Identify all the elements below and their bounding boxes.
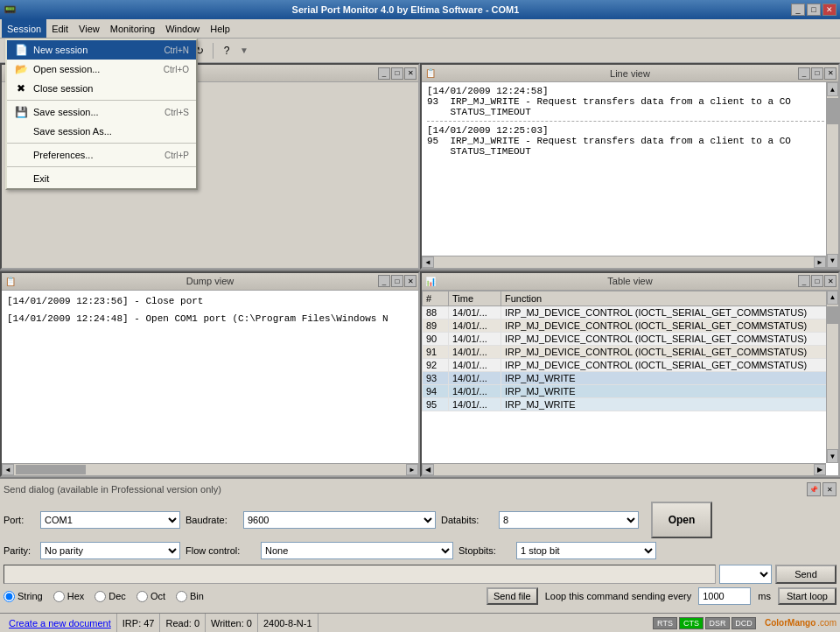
open-session-icon: 📂 xyxy=(14,62,28,76)
menu-save-session-as[interactable]: Save session As... xyxy=(7,122,196,141)
radio-group: String Hex Dec Oct Bin xyxy=(4,591,204,602)
cell-num: 95 xyxy=(423,397,449,411)
exit-icon xyxy=(14,172,28,186)
menu-help[interactable]: Help xyxy=(205,19,235,38)
dump-view-content: [14/01/2009 12:23:56] - Close port [14/0… xyxy=(2,291,418,476)
cell-time: 14/01/... xyxy=(449,319,501,332)
close-session-icon: ✖ xyxy=(14,81,28,95)
radio-string[interactable]: String xyxy=(4,591,43,602)
table-row[interactable]: 90 14/01/... IRP_MJ_DEVICE_CONTROL (IOCT… xyxy=(423,332,838,345)
line-view-scrollbar[interactable]: ▲ ▼ xyxy=(826,82,838,268)
bottom-row: 📋 Dump view _ □ ✕ [14/01/2009 12:23:56] … xyxy=(0,270,840,478)
send-row-1: Port: COM1 COM2 Baudrate: 9600 115200 Da… xyxy=(4,502,836,538)
loop-value-input[interactable] xyxy=(698,587,751,605)
cell-function: IRP_MJ_DEVICE_CONTROL (IOCTL_SERIAL_GET_… xyxy=(501,332,838,345)
line-view-close[interactable]: ✕ xyxy=(824,67,836,80)
status-bar: Create a new document IRP: 47 Read: 0 Wr… xyxy=(0,613,840,632)
parity-select[interactable]: No parity xyxy=(40,542,180,559)
menu-monitoring[interactable]: Monitoring xyxy=(105,19,160,38)
new-session-label: New session xyxy=(33,45,164,55)
table-row[interactable]: 91 14/01/... IRP_MJ_DEVICE_CONTROL (IOCT… xyxy=(423,345,838,358)
menu-bar: Session Edit View Monitoring Window Help xyxy=(0,19,840,39)
close-button[interactable]: ✕ xyxy=(822,4,836,16)
line-view-line2-2: STATUS_TIMEOUT xyxy=(427,146,833,157)
radio-dec[interactable]: Dec xyxy=(94,591,126,602)
open-button[interactable]: Open xyxy=(651,502,712,538)
table-row[interactable]: 88 14/01/... IRP_MJ_DEVICE_CONTROL (IOCT… xyxy=(423,305,838,319)
dump-view-maximize[interactable]: □ xyxy=(391,275,403,287)
left-top-minimize[interactable]: _ xyxy=(378,67,390,80)
preferences-shortcut: Ctrl+P xyxy=(164,151,189,160)
flow-label: Flow control: xyxy=(186,545,256,556)
window-title: Serial Port Monitor 4.0 by Eltima Softwa… xyxy=(20,4,791,15)
table-row[interactable]: 94 14/01/... IRP_MJ_WRITE xyxy=(423,384,838,397)
table-view-scrollbar[interactable]: ▲ ▼ xyxy=(826,291,838,464)
cell-time: 14/01/... xyxy=(449,384,501,397)
flow-select[interactable]: None xyxy=(261,542,453,559)
line-view-minimize[interactable]: _ xyxy=(798,67,810,80)
stopbits-select[interactable]: 1 stop bit xyxy=(516,542,656,559)
irp-value: IRP: 47 xyxy=(122,618,155,628)
menu-exit[interactable]: Exit xyxy=(7,169,196,188)
parity-label: Parity: xyxy=(4,545,35,556)
menu-preferences[interactable]: Preferences... Ctrl+P xyxy=(7,145,196,165)
start-loop-button[interactable]: Start loop xyxy=(778,587,836,605)
close-session-label: Close session xyxy=(33,83,189,94)
port-select[interactable]: COM1 COM2 xyxy=(40,511,180,529)
line-view-title: Line view xyxy=(610,68,650,79)
radio-hex[interactable]: Hex xyxy=(53,591,85,602)
table-row-selected[interactable]: 93 14/01/... IRP_MJ_WRITE xyxy=(423,371,838,384)
send-dialog-close[interactable]: ✕ xyxy=(822,482,836,496)
dump-view-close[interactable]: ✕ xyxy=(404,275,416,287)
cell-function: IRP_MJ_DEVICE_CONTROL (IOCTL_SERIAL_GET_… xyxy=(501,305,838,319)
menu-window[interactable]: Window xyxy=(160,19,205,38)
dump-view-minimize[interactable]: _ xyxy=(378,275,390,287)
dump-entry-2: [14/01/2009 12:24:48] - Open COM1 port (… xyxy=(7,313,413,324)
menu-open-session[interactable]: 📂 Open session... Ctrl+O xyxy=(7,60,196,79)
left-top-maximize[interactable]: □ xyxy=(391,67,403,80)
left-top-close[interactable]: ✕ xyxy=(404,67,416,80)
cell-num: 88 xyxy=(423,305,449,319)
radio-oct[interactable]: Oct xyxy=(136,591,165,602)
cell-time: 14/01/... xyxy=(449,305,501,319)
table-view-hscrollbar[interactable]: ◀ ▶ xyxy=(422,463,826,475)
baudrate-select[interactable]: 9600 115200 xyxy=(243,511,436,529)
radio-bin[interactable]: Bin xyxy=(176,591,204,602)
send-file-button[interactable]: Send file xyxy=(486,587,538,605)
dump-view-hscrollbar[interactable]: ◀ ▶ xyxy=(2,463,418,475)
menu-save-session[interactable]: 💾 Save session... Ctrl+S xyxy=(7,102,196,122)
table-row[interactable]: 89 14/01/... IRP_MJ_DEVICE_CONTROL (IOCT… xyxy=(423,319,838,332)
databits-select[interactable]: 8 7 xyxy=(499,511,639,529)
cell-function: IRP_MJ_DEVICE_CONTROL (IOCTL_SERIAL_GET_… xyxy=(501,345,838,358)
create-new-link[interactable]: Create a new document xyxy=(9,618,111,628)
command-input[interactable] xyxy=(4,565,716,584)
menu-view[interactable]: View xyxy=(74,19,105,38)
app-icon: 📟 xyxy=(4,4,17,16)
separator-4 xyxy=(213,43,214,59)
table-view-close[interactable]: ✕ xyxy=(824,275,836,287)
menu-session[interactable]: Session xyxy=(2,19,46,38)
save-session-as-icon xyxy=(14,124,28,138)
send-dialog-pin[interactable]: 📌 xyxy=(807,482,821,496)
line-view-maximize[interactable]: □ xyxy=(811,67,823,80)
command-encoding-select[interactable] xyxy=(719,565,772,584)
col-header-num: # xyxy=(423,291,449,305)
menu-close-session[interactable]: ✖ Close session xyxy=(7,79,196,98)
line-view-hscrollbar[interactable]: ◀ ▶ xyxy=(422,256,826,268)
table-view-maximize[interactable]: □ xyxy=(811,275,823,287)
menu-new-session[interactable]: 📄 New session Ctrl+N xyxy=(7,40,196,60)
cell-num: 94 xyxy=(423,384,449,397)
table-row[interactable]: 95 14/01/... IRP_MJ_WRITE xyxy=(423,397,838,411)
save-session-as-label: Save session As... xyxy=(33,126,189,137)
minimize-button[interactable]: _ xyxy=(791,4,805,16)
menu-edit[interactable]: Edit xyxy=(46,19,74,38)
send-button[interactable]: Send xyxy=(775,565,836,584)
data-table: # Time Function 88 14/01/... IRP_MJ_DEVI… xyxy=(422,291,838,411)
table-view-minimize[interactable]: _ xyxy=(798,275,810,287)
irp-segment: IRP: 47 xyxy=(117,614,161,632)
toolbar-btn-help[interactable]: ? xyxy=(217,41,236,60)
maximize-button[interactable]: □ xyxy=(807,4,821,16)
cell-time: 14/01/... xyxy=(449,345,501,358)
preferences-icon xyxy=(14,148,28,162)
table-row[interactable]: 92 14/01/... IRP_MJ_DEVICE_CONTROL (IOCT… xyxy=(423,358,838,371)
